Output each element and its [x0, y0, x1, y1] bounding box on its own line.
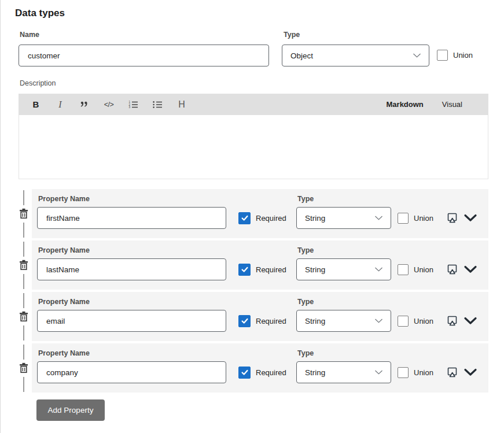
page-title: Data types	[15, 8, 65, 19]
union-checkbox-row: Union	[398, 207, 433, 229]
delete-property-button[interactable]	[19, 362, 29, 374]
type-select-value: Object	[290, 51, 313, 60]
blockquote-icon[interactable]	[72, 94, 97, 115]
drag-line	[23, 377, 24, 392]
drag-handle[interactable]	[15, 240, 32, 290]
add-property-button[interactable]: Add Property	[36, 399, 105, 421]
property-type-select[interactable]: String	[296, 207, 391, 229]
property-row: Property Name Required Type String Union	[15, 189, 488, 238]
property-name-label: Property Name	[38, 246, 90, 254]
data-types-panel: Data types Name Type Object Union Descri…	[0, 0, 504, 433]
description-editor-content[interactable]	[19, 115, 488, 179]
required-checkbox-row: Required	[238, 207, 286, 229]
union-checkbox[interactable]	[398, 213, 409, 224]
property-name-input[interactable]	[37, 361, 226, 383]
type-label: Type	[297, 298, 314, 306]
union-checkbox-row: Union	[398, 310, 433, 332]
union-label: Union	[414, 265, 433, 274]
property-panel: Property Name Required Type String Union	[32, 240, 488, 290]
property-name-input[interactable]	[37, 310, 226, 332]
property-type-value: String	[305, 265, 325, 274]
property-name-label: Property Name	[38, 298, 90, 306]
union-checkbox[interactable]	[398, 316, 409, 327]
expand-chevron-icon[interactable]	[462, 207, 479, 229]
bold-icon[interactable]: B	[24, 94, 48, 115]
required-checkbox[interactable]	[238, 264, 251, 276]
drag-line	[23, 293, 24, 308]
description-label: Description	[20, 79, 56, 87]
italic-icon[interactable]: I	[48, 94, 72, 115]
drag-line	[23, 325, 24, 341]
property-name-input[interactable]	[37, 207, 226, 229]
union-label: Union	[453, 51, 473, 60]
property-type-value: String	[305, 317, 325, 325]
property-panel: Property Name Required Type String Union	[32, 189, 488, 238]
drag-line	[23, 190, 24, 205]
property-panel: Property Name Required Type String Union	[32, 343, 488, 393]
property-row: Property Name Required Type String Union	[15, 292, 488, 341]
property-type-select[interactable]: String	[296, 258, 391, 280]
expand-chevron-icon[interactable]	[462, 258, 479, 280]
union-checkbox-row: Union	[398, 361, 433, 383]
property-type-select[interactable]: String	[296, 361, 391, 383]
example-icon[interactable]	[446, 361, 459, 383]
chevron-down-icon	[374, 368, 383, 377]
required-label: Required	[256, 317, 286, 325]
property-type-value: String	[305, 214, 325, 223]
required-checkbox[interactable]	[238, 212, 251, 224]
tab-markdown[interactable]: Markdown	[381, 94, 429, 115]
example-icon[interactable]	[446, 207, 459, 229]
property-type-select[interactable]: String	[296, 310, 391, 332]
required-checkbox-row: Required	[238, 258, 286, 280]
chevron-down-icon	[413, 51, 421, 60]
drag-line	[23, 345, 24, 360]
union-label: Union	[414, 214, 433, 223]
unordered-list-icon[interactable]	[145, 94, 170, 115]
type-label: Type	[297, 195, 314, 203]
property-type-value: String	[305, 368, 325, 377]
drag-line	[23, 223, 24, 238]
drag-handle[interactable]	[15, 189, 32, 238]
union-label: Union	[414, 368, 433, 377]
markdown-editor-toolbar: B I </> 1 2 3 H Markdown Visu	[19, 94, 488, 115]
example-icon[interactable]	[446, 310, 459, 332]
example-icon[interactable]	[446, 258, 459, 280]
expand-chevron-icon[interactable]	[462, 361, 479, 383]
required-checkbox[interactable]	[238, 315, 251, 327]
drag-handle[interactable]	[15, 292, 32, 341]
heading-icon[interactable]: H	[170, 94, 194, 115]
union-checkbox[interactable]	[398, 367, 409, 378]
type-label: Type	[297, 349, 314, 357]
ordered-list-icon[interactable]: 1 2 3	[121, 94, 145, 115]
type-label: Type	[284, 31, 300, 39]
delete-property-button[interactable]	[19, 208, 29, 220]
drag-line	[23, 242, 24, 257]
property-name-input[interactable]	[37, 258, 226, 280]
required-checkbox-row: Required	[238, 361, 286, 383]
type-select[interactable]: Object	[282, 45, 429, 66]
union-checkbox[interactable]	[398, 264, 409, 275]
required-label: Required	[256, 368, 286, 377]
drag-handle[interactable]	[15, 343, 32, 393]
delete-property-button[interactable]	[19, 260, 29, 271]
union-checkbox-row: Union	[398, 258, 433, 280]
tab-visual[interactable]: Visual	[437, 94, 468, 115]
required-checkbox[interactable]	[238, 367, 251, 379]
property-name-label: Property Name	[38, 195, 90, 203]
property-row: Property Name Required Type String Union	[15, 343, 488, 393]
union-label: Union	[414, 317, 433, 325]
union-checkbox-row: Union	[437, 50, 473, 61]
chevron-down-icon	[374, 214, 383, 223]
property-panel: Property Name Required Type String Union	[32, 292, 488, 341]
chevron-down-icon	[374, 265, 383, 274]
type-label: Type	[297, 246, 314, 254]
union-checkbox[interactable]	[437, 50, 448, 61]
required-checkbox-row: Required	[238, 310, 286, 332]
svg-text:3: 3	[128, 106, 130, 109]
code-icon[interactable]: </>	[97, 94, 121, 115]
property-row: Property Name Required Type String Union	[15, 240, 488, 290]
delete-property-button[interactable]	[19, 311, 29, 323]
name-input[interactable]	[19, 45, 269, 66]
drag-line	[23, 274, 24, 289]
expand-chevron-icon[interactable]	[462, 310, 479, 332]
